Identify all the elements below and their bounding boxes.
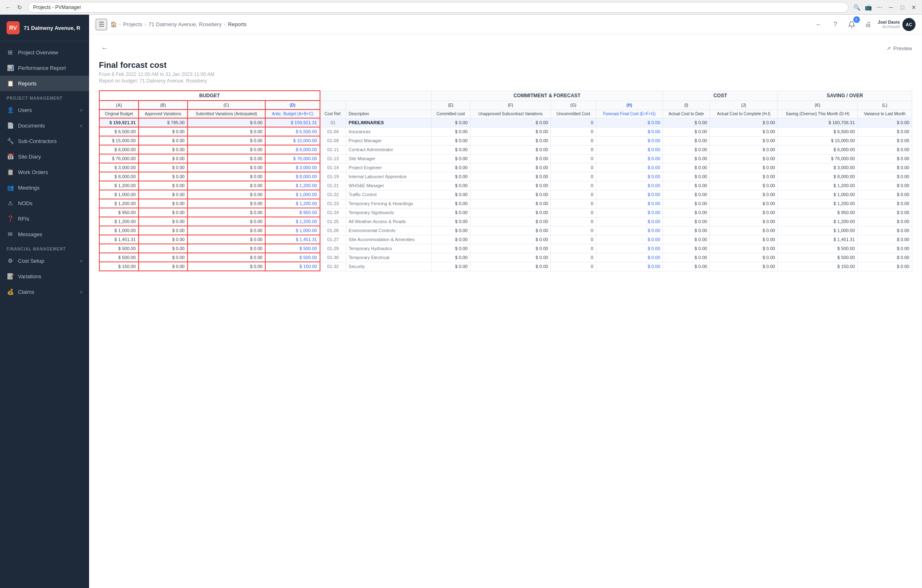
col-i-letter: (I)	[663, 101, 710, 110]
table-row: $ 1,000.00$ 0.00$ 0.00$ 1,000.0001-22Tra…	[99, 190, 912, 199]
table-cell: $ 0.00	[470, 172, 551, 181]
table-cell: $ 0.00	[663, 145, 710, 154]
back-nav-button[interactable]: ←	[812, 18, 826, 31]
table-cell: $ 6,000.00	[99, 145, 139, 154]
table-cell: $ 0.00	[710, 145, 778, 154]
table-cell: $ 0.00	[663, 235, 710, 244]
table-cell: $ 0.00	[663, 154, 710, 163]
chevron-down-icon: ∨	[80, 108, 83, 112]
sub-contractors-icon: 🔧	[7, 137, 14, 145]
table-cell: $ 0.00	[663, 199, 710, 208]
table-cell: $ 0.00	[470, 118, 551, 127]
project-overview-icon: ⊞	[7, 49, 14, 56]
table-cell: $ 0.00	[470, 217, 551, 226]
table-row: $ 150.00$ 0.00$ 0.00$ 150.0001-32Securit…	[99, 262, 912, 271]
close-button[interactable]: ✕	[909, 2, 919, 12]
hamburger-button[interactable]: ☰	[96, 19, 107, 30]
sidebar-project-name: 71 Dalmeny Avenue, R	[24, 25, 80, 31]
sidebar-item-site-diary[interactable]: 📅 Site Diary	[0, 149, 89, 164]
table-cell: $ 6,000.00	[265, 145, 320, 154]
table-cell: $ 0.00	[596, 118, 663, 127]
sidebar-item-meetings[interactable]: 👥 Meetings	[0, 180, 89, 195]
rfis-icon: ❓	[7, 215, 14, 222]
table-cell: $ 0.00	[431, 217, 470, 226]
sidebar-item-claims[interactable]: 💰 Claims ∨	[0, 284, 89, 300]
sidebar-item-rfis[interactable]: ❓ RFIs	[0, 211, 89, 226]
table-cell: $ 0.00	[710, 118, 778, 127]
table-cell: $ 6,500.00	[99, 127, 139, 136]
sidebar-item-label: RFIs	[18, 216, 29, 222]
sidebar-item-nods[interactable]: ⚠ NODs	[0, 195, 89, 211]
table-cell: $ 0.00	[139, 199, 188, 208]
sidebar-logo: RV	[7, 21, 20, 34]
sidebar-item-project-overview[interactable]: ⊞ Project Overview	[0, 45, 89, 60]
zoom-button[interactable]: 🔍	[852, 2, 862, 12]
help-button[interactable]: ?	[829, 18, 842, 31]
table-cell: $ 0.00	[596, 217, 663, 226]
table-cell: $ 3,000.00	[99, 163, 139, 172]
chevron-down-icon: ∨	[80, 259, 83, 263]
breadcrumb-project[interactable]: 71 Dalmeny Avenue, Rosebery	[148, 21, 222, 27]
more-button[interactable]: ⋯	[875, 2, 884, 12]
breadcrumb-projects[interactable]: Projects	[123, 21, 142, 27]
cast-button[interactable]: 📺	[863, 2, 873, 12]
sidebar-item-work-orders[interactable]: 📋 Work Orders	[0, 164, 89, 180]
table-cell: 0	[551, 253, 596, 262]
table-cell: $ 1,000.00	[265, 226, 320, 235]
table-cell: $ 0.00	[663, 244, 710, 253]
report-table: BUDGET COMMITMENT & FORECAST COST SAVING…	[99, 90, 912, 271]
table-cell: $ 0.00	[470, 253, 551, 262]
table-cell: $ 0.00	[431, 190, 470, 199]
print-button[interactable]: 🖨	[862, 18, 875, 31]
table-cell: $ 0.00	[596, 163, 663, 172]
table-row: $ 3,000.00$ 0.00$ 0.00$ 3,000.0001-14Pro…	[99, 163, 912, 172]
table-cell: 0	[551, 226, 596, 235]
table-cell: 01-21	[320, 181, 346, 190]
table-cell: 01-32	[320, 262, 346, 271]
sidebar-item-variations[interactable]: 📝 Variations	[0, 268, 89, 284]
table-cell: $ 0.00	[470, 208, 551, 217]
table-cell: $ 1,200.00	[778, 217, 857, 226]
table-cell: $ 0.00	[710, 262, 778, 271]
sidebar-item-sub-contractors[interactable]: 🔧 Sub-Contractors	[0, 133, 89, 149]
table-cell: Environmental Controls	[346, 226, 432, 235]
sidebar-item-users[interactable]: 👤 Users ∨	[0, 102, 89, 118]
table-cell: $ 0.00	[431, 208, 470, 217]
page-title-browser: Projects - PVManager	[33, 4, 81, 10]
table-cell: $ 0.00	[596, 172, 663, 181]
table-cell: $ 0.00	[596, 235, 663, 244]
table-cell: $ 0.00	[663, 127, 710, 136]
table-cell: Contract Administrator	[346, 145, 432, 154]
sidebar-item-performance-report[interactable]: 📊 Performance Report	[0, 60, 89, 76]
sidebar-item-cost-setup[interactable]: ⚙ Cost Setup ∨	[0, 253, 89, 268]
table-cell: $ 0.00	[596, 244, 663, 253]
sidebar-item-documents[interactable]: 📄 Documents ∨	[0, 118, 89, 133]
table-cell: $ 0.00	[431, 181, 470, 190]
preview-button[interactable]: ↗ Preview	[886, 45, 912, 51]
maximize-button[interactable]: □	[897, 2, 907, 12]
table-cell: Temporary Fencing & Hoardings	[346, 199, 432, 208]
table-cell: $ 500.00	[99, 253, 139, 262]
col-desc-letter	[346, 101, 432, 110]
table-cell: $ 15,000.00	[99, 136, 139, 145]
table-cell: $ 0.00	[857, 244, 912, 253]
col-g-name: Uncommitted Cost	[551, 110, 596, 118]
table-cell: $ 0.00	[663, 226, 710, 235]
sidebar-item-reports[interactable]: 📋 Reports	[0, 76, 89, 91]
report-back-button[interactable]: ←	[99, 42, 110, 54]
sidebar-item-messages[interactable]: ✉ Messages	[0, 226, 89, 242]
table-cell: $ 1,200.00	[778, 181, 857, 190]
address-bar[interactable]: Projects - PVManager	[28, 2, 848, 13]
table-cell: 0	[551, 208, 596, 217]
refresh-button[interactable]: ↻	[15, 2, 25, 12]
table-cell: 0	[551, 262, 596, 271]
minimize-button[interactable]: ─	[886, 2, 896, 12]
table-cell: 0	[551, 181, 596, 190]
table-cell: $ 0.00	[139, 181, 188, 190]
table-cell: $ 0.00	[188, 190, 266, 199]
col-i-name: Actual Cost to Date	[663, 110, 710, 118]
table-cell: $ 0.00	[470, 163, 551, 172]
back-button[interactable]: ←	[3, 2, 13, 12]
browser-chrome: ← ↻ Projects - PVManager 🔍 📺 ⋯ ─ □ ✕	[0, 0, 922, 15]
table-cell: $ 785.00	[139, 118, 188, 127]
